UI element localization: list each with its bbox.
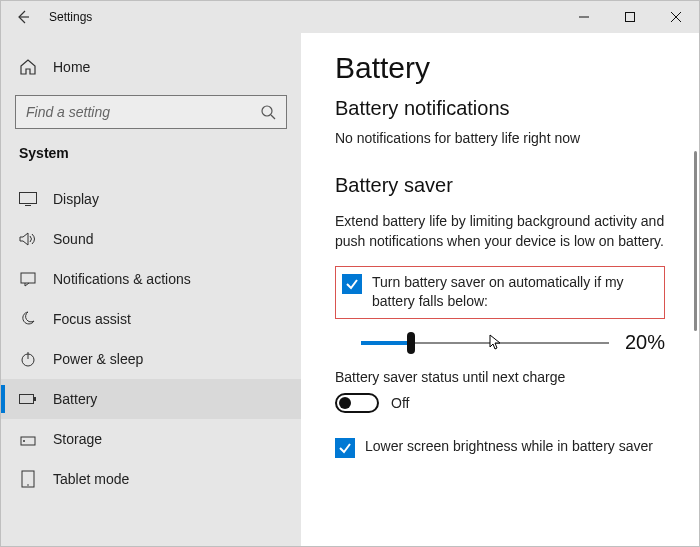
sound-icon [19, 231, 37, 247]
saver-description: Extend battery life by limiting backgrou… [335, 211, 665, 252]
sidebar-item-power-sleep[interactable]: Power & sleep [1, 339, 301, 379]
close-icon [671, 12, 681, 22]
threshold-slider[interactable] [361, 331, 609, 355]
minimize-button[interactable] [561, 1, 607, 33]
battery-icon [19, 393, 37, 405]
power-icon [19, 351, 37, 367]
auto-saver-label: Turn battery saver on automatically if m… [372, 273, 658, 312]
auto-saver-highlight: Turn battery saver on automatically if m… [335, 266, 665, 319]
sidebar-item-battery[interactable]: Battery [1, 379, 301, 419]
check-icon [338, 441, 352, 455]
search-box[interactable] [15, 95, 287, 129]
home-button[interactable]: Home [1, 47, 301, 87]
svg-point-10 [27, 484, 29, 486]
notifications-icon [19, 271, 37, 287]
sidebar-item-label: Tablet mode [53, 471, 129, 487]
page-title: Battery [335, 51, 665, 85]
svg-point-8 [23, 440, 25, 442]
content-pane: Battery Battery notifications No notific… [301, 33, 699, 546]
search-input[interactable] [26, 104, 256, 120]
close-button[interactable] [653, 1, 699, 33]
svg-rect-0 [626, 13, 635, 22]
window-controls [561, 1, 699, 33]
lower-brightness-checkbox[interactable] [335, 438, 355, 458]
slider-track-fill [361, 341, 411, 345]
sidebar-item-sound[interactable]: Sound [1, 219, 301, 259]
sidebar-item-label: Battery [53, 391, 97, 407]
threshold-slider-row: 20% [361, 331, 665, 355]
maximize-button[interactable] [607, 1, 653, 33]
lower-brightness-label: Lower screen brightness while in battery… [365, 437, 653, 457]
sidebar-item-tablet-mode[interactable]: Tablet mode [1, 459, 301, 499]
window-title: Settings [45, 1, 561, 33]
back-button[interactable] [1, 1, 45, 33]
minimize-icon [579, 12, 589, 22]
back-arrow-icon [15, 9, 31, 25]
home-icon [19, 58, 37, 76]
svg-rect-3 [21, 273, 35, 283]
settings-window: Settings Home [0, 0, 700, 547]
toggle-state-label: Off [391, 395, 409, 411]
svg-rect-2 [20, 193, 37, 204]
sidebar-item-focus-assist[interactable]: Focus assist [1, 299, 301, 339]
slider-thumb[interactable] [407, 332, 415, 354]
section-title-notifications: Battery notifications [335, 97, 665, 120]
svg-rect-6 [34, 397, 36, 401]
sidebar-item-display[interactable]: Display [1, 179, 301, 219]
saver-status-label: Battery saver status until next charge [335, 369, 665, 385]
sidebar-item-label: Focus assist [53, 311, 131, 327]
focus-assist-icon [19, 311, 37, 327]
titlebar: Settings [1, 1, 699, 33]
storage-icon [19, 431, 37, 447]
sidebar: Home System Display [1, 33, 301, 546]
maximize-icon [625, 12, 635, 22]
check-icon [345, 277, 359, 291]
no-notifications-text: No notifications for battery life right … [335, 130, 665, 146]
auto-saver-checkbox[interactable] [342, 274, 362, 294]
category-label: System [1, 131, 301, 179]
display-icon [19, 192, 37, 206]
tablet-icon [19, 470, 37, 488]
toggle-knob [339, 397, 351, 409]
sidebar-item-label: Storage [53, 431, 102, 447]
scrollbar-thumb[interactable] [694, 151, 697, 331]
home-label: Home [53, 59, 90, 75]
nav-list: Display Sound Notifications & actions [1, 179, 301, 499]
sidebar-item-label: Notifications & actions [53, 271, 191, 287]
saver-status-toggle[interactable] [335, 393, 379, 413]
sidebar-item-storage[interactable]: Storage [1, 419, 301, 459]
cursor-icon [489, 334, 501, 352]
section-title-saver: Battery saver [335, 174, 665, 197]
sidebar-item-label: Sound [53, 231, 93, 247]
sidebar-item-label: Power & sleep [53, 351, 143, 367]
brightness-row: Lower screen brightness while in battery… [335, 437, 665, 458]
sidebar-item-notifications[interactable]: Notifications & actions [1, 259, 301, 299]
search-icon [260, 104, 276, 120]
sidebar-item-label: Display [53, 191, 99, 207]
svg-point-1 [262, 106, 272, 116]
slider-value: 20% [625, 331, 665, 354]
svg-rect-5 [20, 395, 34, 404]
